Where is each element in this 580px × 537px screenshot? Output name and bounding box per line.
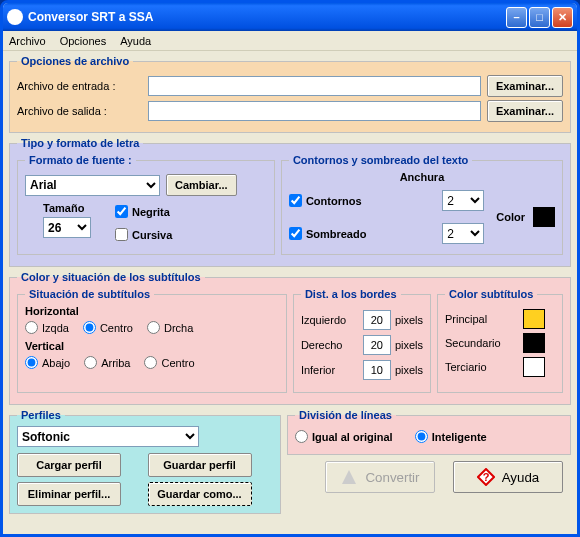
load-profile-button[interactable]: Cargar perfil [17, 453, 121, 477]
help-icon: ? [477, 468, 495, 486]
h-left-radio[interactable]: Izqda [25, 321, 69, 334]
v-top-radio[interactable]: Arriba [84, 356, 130, 369]
input-file-field[interactable] [148, 76, 481, 96]
outline-color-label: Color [496, 211, 525, 223]
menu-ayuda[interactable]: Ayuda [120, 35, 151, 47]
distance-legend: Dist. a los bordes [301, 288, 401, 300]
vertical-label: Vertical [25, 340, 279, 352]
situation-group: Situación de subtítulos Horizontal Izqda… [17, 288, 287, 393]
save-profile-button[interactable]: Guardar perfil [148, 453, 252, 477]
distance-group: Dist. a los bordes Izquierdopixels Derec… [293, 288, 431, 393]
dist-bottom-field[interactable] [363, 360, 391, 380]
titlebar[interactable]: Conversor SRT a SSA – □ ✕ [3, 3, 577, 31]
minimize-button[interactable]: – [506, 7, 527, 28]
delete-profile-button[interactable]: Eliminar perfil... [17, 482, 121, 506]
outline-legend: Contornos y sombreado del texto [289, 154, 472, 166]
line-division-legend: División de líneas [295, 409, 396, 421]
output-browse-button[interactable]: Examinar... [487, 100, 563, 122]
horizontal-label: Horizontal [25, 305, 279, 317]
dist-bottom-label: Inferior [301, 364, 359, 376]
menubar: Archivo Opciones Ayuda [3, 31, 577, 51]
v-bottom-radio[interactable]: Abajo [25, 356, 70, 369]
maximize-button[interactable]: □ [529, 7, 550, 28]
font-format-legend: Formato de fuente : [25, 154, 136, 166]
dist-left-label: Izquierdo [301, 314, 359, 326]
h-right-radio[interactable]: Drcha [147, 321, 193, 334]
subtitle-color-group: Color subtítulos Principal Secundario Te… [437, 288, 563, 393]
dist-right-label: Derecho [301, 339, 359, 351]
font-format-group: Formato de fuente : Arial Cambiar... Tam… [17, 154, 275, 255]
file-options-group: Opciones de archivo Archivo de entrada :… [9, 55, 571, 133]
dist-right-field[interactable] [363, 335, 391, 355]
menu-opciones[interactable]: Opciones [60, 35, 106, 47]
menu-archivo[interactable]: Archivo [9, 35, 46, 47]
tertiary-color-swatch[interactable] [523, 357, 545, 377]
secondary-label: Secundario [445, 337, 523, 349]
width-label: Anchura [289, 171, 555, 183]
app-window: Conversor SRT a SSA – □ ✕ Archivo Opcion… [0, 0, 580, 537]
output-file-field[interactable] [148, 101, 481, 121]
v-center-radio[interactable]: Centro [144, 356, 194, 369]
dist-left-field[interactable] [363, 310, 391, 330]
font-legend: Tipo y formato de letra [17, 137, 143, 149]
input-browse-button[interactable]: Examinar... [487, 75, 563, 97]
outline-group: Contornos y sombreado del texto Anchura … [281, 154, 563, 255]
output-file-label: Archivo de salida : [17, 105, 142, 117]
bold-checkbox[interactable]: Negrita [115, 205, 172, 218]
convert-icon [340, 468, 358, 486]
primary-color-swatch[interactable] [523, 309, 545, 329]
window-title: Conversor SRT a SSA [28, 10, 506, 24]
input-file-label: Archivo de entrada : [17, 80, 142, 92]
profiles-legend: Perfiles [17, 409, 65, 421]
tertiary-label: Terciario [445, 361, 523, 373]
shadow-checkbox[interactable]: Sombreado [289, 227, 367, 240]
help-button[interactable]: ? Ayuda [453, 461, 563, 493]
division-smart-radio[interactable]: Inteligente [415, 430, 487, 443]
svg-text:?: ? [482, 471, 489, 483]
position-legend: Color y situación de los subtítulos [17, 271, 205, 283]
h-center-radio[interactable]: Centro [83, 321, 133, 334]
situation-legend: Situación de subtítulos [25, 288, 154, 300]
division-original-radio[interactable]: Igual al original [295, 430, 393, 443]
outline-checkbox[interactable]: Contornos [289, 194, 362, 207]
profiles-group: Perfiles Softonic Cargar perfil Guardar … [9, 409, 281, 514]
save-as-button[interactable]: Guardar como... [148, 482, 252, 506]
font-select[interactable]: Arial [25, 175, 160, 196]
file-options-legend: Opciones de archivo [17, 55, 133, 67]
subtitle-color-legend: Color subtítulos [445, 288, 537, 300]
convert-button[interactable]: Convertir [325, 461, 435, 493]
font-group: Tipo y formato de letra Formato de fuent… [9, 137, 571, 267]
change-font-button[interactable]: Cambiar... [166, 174, 237, 196]
primary-label: Principal [445, 313, 523, 325]
outline-width-select[interactable]: 2 [442, 190, 484, 211]
profile-select[interactable]: Softonic [17, 426, 199, 447]
secondary-color-swatch[interactable] [523, 333, 545, 353]
outline-color-swatch[interactable] [533, 207, 555, 227]
close-button[interactable]: ✕ [552, 7, 573, 28]
app-icon [7, 9, 23, 25]
italic-checkbox[interactable]: Cursiva [115, 228, 172, 241]
size-select[interactable]: 26 [43, 217, 91, 238]
line-division-group: División de líneas Igual al original Int… [287, 409, 571, 455]
position-group: Color y situación de los subtítulos Situ… [9, 271, 571, 405]
shadow-width-select[interactable]: 2 [442, 223, 484, 244]
size-label: Tamaño [43, 202, 91, 214]
